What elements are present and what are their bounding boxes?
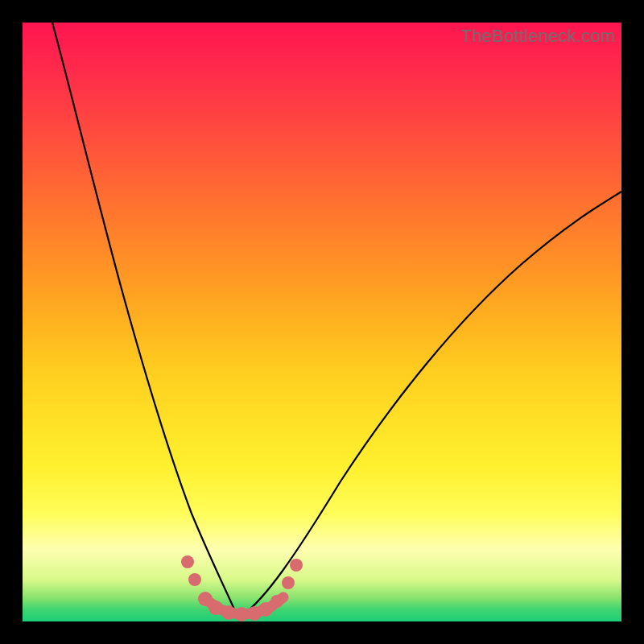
plot-area: TheBottleneck.com [23,23,621,621]
chart-frame: TheBottleneck.com [0,0,644,644]
marker-dot [270,595,283,608]
marker-dot [188,573,201,586]
marker-dot [181,555,194,568]
marker-dot [282,576,295,589]
marker-dot [221,605,236,620]
marker-dot [208,601,223,615]
marker-dot [258,602,273,617]
curves-svg [23,23,621,621]
marker-dot [234,607,249,621]
marker-dot [290,559,303,572]
right-curve [238,192,621,618]
left-curve [52,23,238,618]
